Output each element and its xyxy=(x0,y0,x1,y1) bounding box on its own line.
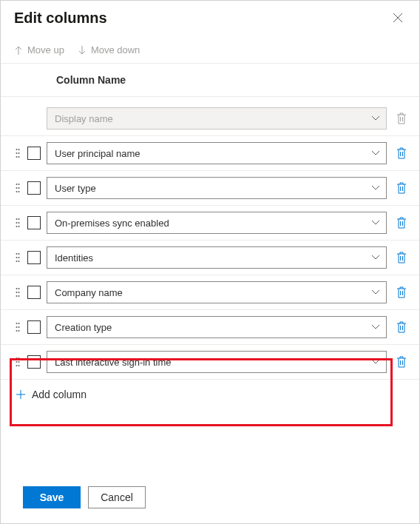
delete-column-button[interactable] xyxy=(393,321,410,333)
column-select-label: User type xyxy=(55,183,96,194)
svg-point-15 xyxy=(18,187,20,189)
column-select[interactable]: Identities xyxy=(47,246,387,269)
delete-column-button[interactable] xyxy=(393,217,410,229)
svg-point-16 xyxy=(16,191,18,192)
svg-point-34 xyxy=(16,295,18,297)
chevron-down-icon xyxy=(371,150,380,156)
row-checkbox[interactable] xyxy=(27,216,41,229)
column-select[interactable]: Company name xyxy=(47,281,387,303)
svg-point-21 xyxy=(18,222,20,224)
svg-point-11 xyxy=(18,156,20,158)
cancel-button[interactable]: Cancel xyxy=(88,486,146,508)
svg-point-41 xyxy=(18,330,20,332)
svg-point-6 xyxy=(16,149,18,150)
drag-handle[interactable] xyxy=(14,252,21,263)
save-button[interactable]: Save xyxy=(23,486,81,508)
svg-point-28 xyxy=(16,261,18,262)
svg-point-42 xyxy=(16,357,18,359)
svg-point-18 xyxy=(16,218,18,220)
column-select-label: User principal name xyxy=(55,148,140,159)
chevron-down-icon xyxy=(371,359,380,365)
column-select[interactable]: User type xyxy=(47,177,387,199)
row-checkbox[interactable] xyxy=(27,181,41,195)
svg-point-17 xyxy=(18,191,20,192)
row-checkbox[interactable] xyxy=(27,320,41,334)
column-rows: Display nameUser principal nameUser type… xyxy=(1,97,419,476)
svg-point-40 xyxy=(16,330,18,332)
svg-point-23 xyxy=(18,226,20,227)
svg-point-36 xyxy=(16,323,18,324)
column-select-label: Last interactive sign-in time xyxy=(55,357,172,368)
chevron-down-icon xyxy=(371,289,380,295)
column-select[interactable]: User principal name xyxy=(47,142,387,164)
delete-column-button[interactable] xyxy=(393,147,410,159)
column-row: Identities xyxy=(1,241,419,275)
delete-column-button[interactable] xyxy=(393,286,410,298)
move-up-button[interactable]: Move up xyxy=(14,44,64,56)
svg-point-25 xyxy=(18,253,20,255)
delete-column-button xyxy=(393,112,410,124)
drag-handle[interactable] xyxy=(14,218,21,228)
column-select-label: Identities xyxy=(55,252,93,263)
column-row: On-premises sync enabled xyxy=(1,206,419,241)
svg-point-12 xyxy=(16,184,18,185)
row-checkbox[interactable] xyxy=(27,251,41,264)
svg-point-10 xyxy=(16,156,18,158)
svg-point-20 xyxy=(16,222,18,224)
add-column-label: Add column xyxy=(32,389,87,400)
svg-point-35 xyxy=(18,295,20,297)
row-checkbox[interactable] xyxy=(27,147,41,160)
column-header: Column Name xyxy=(1,64,419,97)
drag-handle[interactable] xyxy=(14,287,21,298)
delete-column-button[interactable] xyxy=(393,252,410,263)
delete-column-button[interactable] xyxy=(393,356,410,368)
close-button[interactable] xyxy=(390,10,406,26)
move-up-label: Move up xyxy=(27,44,64,56)
column-select[interactable]: On-premises sync enabled xyxy=(47,212,387,234)
chevron-down-icon xyxy=(371,220,380,226)
column-select-label: Company name xyxy=(55,287,123,298)
panel-title: Edit columns xyxy=(14,10,107,27)
svg-point-9 xyxy=(18,152,20,154)
column-row: Display name xyxy=(1,101,419,136)
column-row: User principal name xyxy=(1,136,419,171)
chevron-down-icon xyxy=(371,324,380,330)
arrow-down-icon xyxy=(78,45,87,56)
column-select[interactable]: Creation type xyxy=(47,316,387,338)
add-column-button[interactable]: Add column xyxy=(1,380,419,409)
arrow-up-icon xyxy=(14,45,23,56)
svg-point-47 xyxy=(18,365,20,366)
svg-point-37 xyxy=(18,323,20,324)
delete-column-button[interactable] xyxy=(393,182,410,194)
svg-point-29 xyxy=(18,261,20,262)
drag-handle[interactable] xyxy=(14,183,21,193)
column-select: Display name xyxy=(47,107,387,130)
svg-point-27 xyxy=(18,257,20,258)
svg-point-8 xyxy=(16,152,18,154)
edit-columns-panel: Edit columns Move up Move down Column Na… xyxy=(0,0,420,524)
column-row: Creation type xyxy=(1,310,419,345)
svg-point-19 xyxy=(18,218,20,220)
move-down-label: Move down xyxy=(91,44,140,56)
chevron-down-icon xyxy=(371,115,380,121)
svg-point-44 xyxy=(16,361,18,363)
row-checkbox[interactable] xyxy=(27,286,41,299)
row-checkbox[interactable] xyxy=(27,355,41,369)
svg-point-45 xyxy=(18,361,20,363)
chevron-down-icon xyxy=(371,185,380,191)
move-down-button[interactable]: Move down xyxy=(78,44,140,56)
column-select-label: Creation type xyxy=(55,322,112,333)
drag-handle[interactable] xyxy=(14,322,21,332)
drag-handle[interactable] xyxy=(14,148,21,158)
column-select[interactable]: Last interactive sign-in time xyxy=(47,351,387,373)
column-row: Company name xyxy=(1,275,419,310)
svg-point-13 xyxy=(18,184,20,185)
toolbar: Move up Move down xyxy=(1,31,419,64)
svg-point-38 xyxy=(16,326,18,328)
svg-point-14 xyxy=(16,187,18,189)
svg-point-39 xyxy=(18,326,20,328)
drag-handle[interactable] xyxy=(14,357,21,367)
svg-point-31 xyxy=(18,288,20,289)
svg-point-30 xyxy=(16,288,18,289)
svg-point-22 xyxy=(16,226,18,227)
